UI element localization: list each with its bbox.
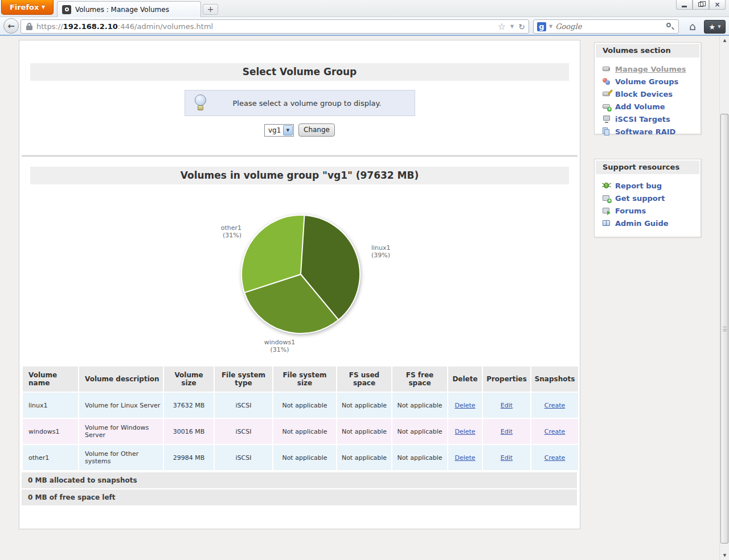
history-dropdown-icon[interactable]: ▼ (510, 24, 514, 29)
scroll-down-button[interactable]: ▼ (720, 551, 729, 560)
sidebar-item-add-volume[interactable]: + Add Volume (595, 100, 701, 113)
book-icon (603, 219, 611, 227)
chevron-down-icon: ▼ (718, 24, 720, 29)
browser-tab[interactable]: Volumes : Manage Volumes (57, 1, 201, 17)
hint-text: Please select a volume group to display. (208, 99, 407, 108)
sidebar-item-manage-volumes[interactable]: Manage Volumes (595, 63, 701, 75)
volume-group-select[interactable]: vg1 ▼ (264, 124, 294, 137)
back-button[interactable]: ← (3, 18, 19, 34)
delete-link[interactable]: Delete (454, 428, 475, 435)
cell-fs-free: Not applicable (392, 393, 447, 418)
minimize-icon (682, 6, 687, 7)
cell-volume-size: 29984 MB (164, 445, 214, 470)
cell-volume-description: Volume for Linux Server (79, 393, 163, 418)
volumes-section-panel: Volumes section Manage Volumes Volume Gr… (594, 42, 701, 134)
sidebar-item-software-raid[interactable]: Software RAID (595, 125, 701, 138)
url-text: https://192.168.2.10:446/admin/volumes.h… (36, 22, 498, 31)
close-button[interactable]: × (709, 0, 726, 10)
edit-link[interactable]: Edit (501, 428, 513, 435)
restore-button[interactable] (693, 0, 709, 10)
search-engine-dropdown-icon[interactable]: ▼ (549, 24, 552, 29)
navigation-bar: ← https://192.168.2.10:446/admin/volumes… (0, 17, 729, 36)
cell-volume-description: Volume for Other systems (79, 445, 163, 470)
col-snapshots: Snapshots (531, 367, 578, 392)
create-snapshot-link[interactable]: Create (544, 402, 566, 409)
table-row: other1 Volume for Other systems 29984 MB… (23, 445, 578, 470)
col-volume-description: Volume description (79, 367, 163, 392)
firefox-menu-button[interactable]: Firefox ▼ (1, 0, 54, 15)
edit-link[interactable]: Edit (501, 454, 513, 462)
cell-volume-description: Volume for Windows Server (79, 419, 163, 444)
pie-label: windows1(31%) (264, 339, 295, 353)
forums-icon (603, 207, 611, 215)
drive-icon (603, 65, 611, 73)
home-button[interactable]: ⌂ (685, 19, 701, 34)
col-properties: Properties (483, 367, 530, 392)
new-tab-button[interactable]: + (203, 4, 218, 15)
pie-chart: linux1(39%)windows1(31%)other1(31%) (19, 184, 580, 355)
chevron-down-icon: ▼ (42, 5, 45, 10)
support-resources-panel: Support resources Report bug + Get suppo… (594, 159, 701, 237)
cell-fs-free: Not applicable (392, 445, 447, 470)
site-favicon-icon (62, 5, 71, 14)
sidebar-item-block-devices[interactable]: Block Devices (595, 88, 701, 100)
cell-fs-type: iSCSI (215, 419, 272, 444)
url-bar[interactable]: https://192.168.2.10:446/admin/volumes.h… (21, 19, 529, 34)
sidebar-item-forums[interactable]: Forums (595, 204, 701, 217)
add-volume-icon: + (603, 102, 611, 110)
cell-fs-used: Not applicable (337, 445, 391, 470)
vertical-scrollbar[interactable]: ▲ ▼ (719, 36, 729, 560)
cell-fs-used: Not applicable (337, 419, 391, 444)
window-controls: × (676, 0, 726, 10)
cell-fs-size: Not applicable (273, 393, 336, 418)
create-snapshot-link[interactable]: Create (544, 454, 566, 462)
block-devices-icon (603, 90, 611, 98)
delete-link[interactable]: Delete (454, 402, 475, 409)
minimize-button[interactable] (676, 0, 693, 10)
create-snapshot-link[interactable]: Create (544, 428, 566, 435)
edit-link[interactable]: Edit (501, 402, 513, 409)
delete-link[interactable]: Delete (454, 454, 475, 462)
main-content: Select Volume Group Please select a volu… (19, 40, 580, 529)
cell-fs-size: Not applicable (273, 445, 336, 470)
bug-icon (603, 182, 611, 190)
volume-group-select-value: vg1 (265, 126, 283, 134)
title-bar: Firefox ▼ Volumes : Manage Volumes + × (0, 0, 729, 17)
col-fs-type: File system type (215, 367, 272, 392)
bookmark-star-icon[interactable]: ☆ (498, 22, 506, 31)
section-divider (22, 155, 578, 157)
search-icon[interactable] (666, 22, 675, 31)
sidebar-item-iscsi-targets[interactable]: iSCSI Targets (595, 113, 701, 125)
reload-icon[interactable]: ↻ (518, 22, 525, 31)
bookmarks-menu-button[interactable]: ★ ▼ (704, 20, 726, 34)
search-input[interactable]: g ▼ Google (533, 19, 679, 34)
select-volume-group-title: Select Volume Group (30, 63, 569, 81)
support-icon: + (603, 194, 611, 202)
lock-icon (26, 23, 32, 30)
sidebar-item-report-bug[interactable]: Report bug (595, 179, 701, 192)
col-delete: Delete (448, 367, 482, 392)
lightbulb-icon (193, 94, 208, 112)
table-header-row: Volume name Volume description Volume si… (23, 367, 578, 392)
pie-chart-svg: linux1(39%)windows1(31%)other1(31%) (19, 184, 581, 355)
iscsi-targets-icon (603, 115, 611, 123)
change-button[interactable]: Change (298, 123, 335, 137)
scrollbar-thumb[interactable] (720, 114, 728, 543)
cell-volume-size: 30016 MB (164, 419, 214, 444)
cell-volume-size: 37632 MB (164, 393, 214, 418)
close-icon: × (714, 1, 720, 8)
search-placeholder: Google (555, 22, 663, 31)
scrollbar-grip (723, 327, 727, 331)
pie-label: other1(31%) (221, 224, 241, 239)
support-resources-title: Support resources (596, 160, 699, 174)
scroll-up-button[interactable]: ▲ (720, 36, 729, 45)
sidebar-item-get-support[interactable]: + Get support (595, 192, 701, 204)
restore-icon (698, 2, 703, 7)
select-dropdown-icon[interactable]: ▼ (283, 125, 293, 135)
volumes-section-title: Volumes section (596, 44, 699, 57)
col-volume-size: Volume size (164, 367, 214, 392)
bookmarks-star-icon: ★ (708, 23, 715, 31)
sidebar-item-admin-guide[interactable]: Admin Guide (595, 217, 701, 229)
sidebar-item-volume-groups[interactable]: Volume Groups (595, 75, 701, 88)
snapshots-allocated-bar: 0 MB allocated to snapshots (22, 472, 577, 488)
